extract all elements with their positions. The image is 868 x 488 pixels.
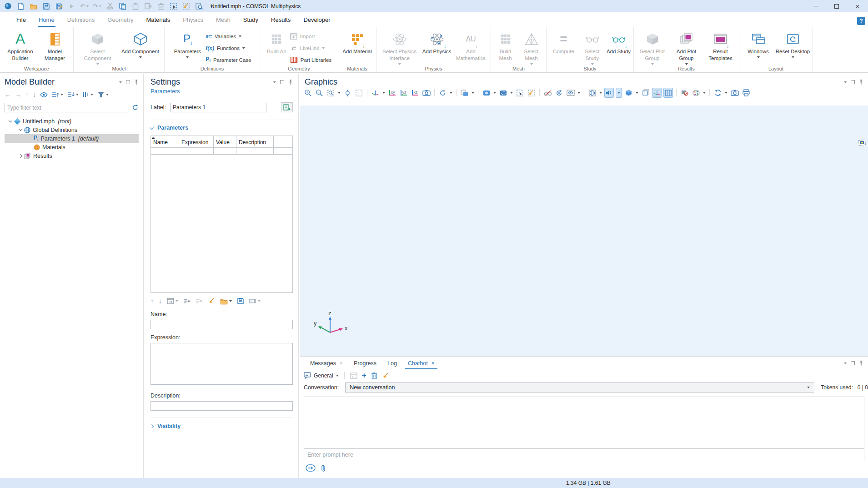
- application-builder-button[interactable]: A Application Builder: [2, 28, 39, 62]
- scene-light-button[interactable]: [482, 88, 491, 97]
- reset-desktop-button[interactable]: Reset Desktop: [775, 28, 811, 58]
- add-mathematics-button[interactable]: ΔU↓ Add Mathematics: [452, 28, 491, 65]
- name-input[interactable]: [151, 320, 293, 329]
- save-as-button[interactable]: [55, 2, 63, 10]
- refresh-filter-icon[interactable]: [132, 104, 139, 111]
- add-row-button[interactable]: [183, 298, 191, 304]
- table-empty-area[interactable]: [151, 155, 292, 292]
- go-to-view-caret[interactable]: [382, 92, 385, 94]
- copy-button[interactable]: [119, 2, 126, 10]
- float-panel-icon[interactable]: [851, 361, 855, 365]
- view-xy-button[interactable]: xy: [388, 88, 396, 97]
- select-plot-group-button[interactable]: Select Plot Group: [635, 28, 670, 65]
- collapse-chevron-icon[interactable]: [19, 154, 22, 157]
- show-button[interactable]: [40, 92, 48, 98]
- load-from-file-button[interactable]: [220, 298, 232, 305]
- description-input[interactable]: [151, 401, 293, 411]
- close-tab-icon[interactable]: ×: [431, 360, 435, 367]
- tab-home[interactable]: Home: [32, 12, 61, 27]
- delete-row-button[interactable]: [196, 298, 203, 304]
- scene-appearance-button[interactable]: [624, 88, 633, 97]
- zoom-box-caret[interactable]: [338, 92, 341, 94]
- tree-node-text-button[interactable]: [83, 91, 93, 98]
- visibility-button[interactable]: [566, 88, 575, 97]
- view-xz-button[interactable]: xz: [411, 88, 419, 97]
- clear-selection-button[interactable]: [182, 2, 190, 10]
- panel-menu-icon[interactable]: [844, 81, 847, 83]
- parameter-widget-button[interactable]: [249, 298, 261, 304]
- deselect-box-button[interactable]: [527, 88, 536, 97]
- pin-icon[interactable]: [859, 79, 863, 85]
- sound-button[interactable]: [605, 88, 613, 97]
- help-button[interactable]: ?: [857, 17, 865, 25]
- color-theme-button[interactable]: [692, 88, 700, 97]
- panel-menu-icon[interactable]: [119, 81, 122, 83]
- label-input[interactable]: [170, 103, 266, 112]
- update-button[interactable]: [713, 88, 722, 97]
- back-button[interactable]: ←: [5, 91, 11, 98]
- import-button[interactable]: Import: [288, 31, 333, 41]
- update-caret[interactable]: [725, 92, 728, 94]
- visibility-section-header[interactable]: Visibility: [151, 417, 293, 429]
- panel-menu-icon[interactable]: [273, 81, 276, 83]
- add-material-button[interactable]: ↓ Add Material: [341, 28, 374, 55]
- tree-node-results[interactable]: Results: [5, 151, 139, 160]
- show-axis-button[interactable]: [652, 88, 661, 97]
- zoom-out-button[interactable]: [315, 88, 324, 97]
- save-button[interactable]: [42, 2, 50, 10]
- paste-button[interactable]: [131, 2, 139, 10]
- environment-button[interactable]: [499, 88, 507, 97]
- run-button[interactable]: [68, 2, 75, 10]
- snapshot-button[interactable]: [730, 88, 739, 97]
- save-to-file-button[interactable]: [237, 297, 244, 305]
- undo-button[interactable]: ↶: [80, 2, 88, 10]
- float-panel-icon[interactable]: [851, 80, 855, 84]
- functions-button[interactable]: f(x) Functions: [204, 43, 253, 53]
- tab-definitions[interactable]: Definitions: [61, 12, 101, 27]
- build-all-button[interactable]: Build All: [265, 28, 288, 65]
- pin-icon[interactable]: [859, 360, 863, 366]
- send-prompt-button[interactable]: [306, 464, 316, 472]
- tree-node-root[interactable]: Untitled.mph (root): [5, 117, 139, 126]
- select-box-button[interactable]: [170, 2, 177, 10]
- prompt-input[interactable]: Enter prompt here: [304, 448, 864, 461]
- open-file-button[interactable]: [30, 2, 37, 10]
- delete-conversation-button[interactable]: [371, 372, 377, 379]
- graphics-canvas[interactable]: z y x: [300, 106, 868, 356]
- column-header-description[interactable]: Description: [236, 136, 274, 147]
- new-conversation-button[interactable]: +: [362, 372, 366, 379]
- pin-icon[interactable]: [288, 79, 293, 85]
- hide-objects-button[interactable]: [543, 88, 552, 97]
- model-manager-button[interactable]: Model Manager: [39, 28, 71, 62]
- transparency-button[interactable]: [460, 88, 469, 97]
- view-yz-button[interactable]: yz: [399, 88, 408, 97]
- zoom-to-selection-button[interactable]: [355, 88, 363, 97]
- conversation-select[interactable]: New conversation: [345, 382, 814, 392]
- part-libraries-button[interactable]: Part Libraries: [288, 55, 333, 65]
- expression-input[interactable]: [151, 343, 293, 385]
- table-arrows-icon[interactable]: ▸▸: [152, 136, 155, 140]
- rotate-button[interactable]: [438, 88, 447, 97]
- tree-node-parameters[interactable]: Pi Parameters 1 {default}: [5, 134, 139, 143]
- environment-caret[interactable]: [510, 92, 513, 94]
- graphics-side-toggle-button[interactable]: [858, 139, 866, 146]
- select-component-button[interactable]: Select Component: [76, 28, 119, 65]
- select-mesh-button[interactable]: Select Mesh: [518, 28, 545, 65]
- build-mesh-button[interactable]: Build Mesh: [493, 28, 518, 65]
- variables-button[interactable]: a= Variables: [204, 31, 253, 41]
- sound-caret[interactable]: [616, 88, 622, 97]
- wireframe-button[interactable]: [588, 88, 597, 97]
- tab-study[interactable]: Study: [237, 12, 265, 27]
- tab-log[interactable]: Log: [382, 357, 402, 369]
- compute-button[interactable]: = Compute: [549, 28, 579, 65]
- tab-results[interactable]: Results: [265, 12, 297, 27]
- livelink-button[interactable]: LiveLink: [288, 43, 333, 53]
- zoom-box-button[interactable]: [326, 88, 335, 97]
- float-panel-icon[interactable]: [126, 80, 130, 84]
- zoom-extents-button[interactable]: [343, 88, 352, 97]
- move-up-button[interactable]: ↑: [151, 297, 154, 305]
- rotate-caret[interactable]: [450, 92, 452, 94]
- delete-button[interactable]: [157, 2, 165, 10]
- select-physics-interface-button[interactable]: Select Physics Interface: [377, 28, 422, 65]
- clear-table-button[interactable]: [208, 297, 215, 305]
